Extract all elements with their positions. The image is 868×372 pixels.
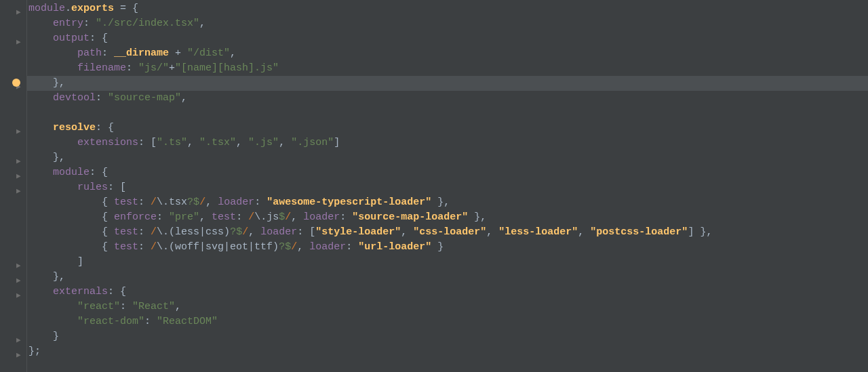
code-line[interactable]: },: [27, 150, 868, 165]
code-token: {: [102, 241, 114, 253]
fold-expand-icon[interactable]: ▶: [16, 124, 21, 139]
fold-collapse-icon[interactable]: ▶: [16, 348, 21, 363]
code-token: devtool: [53, 92, 96, 104]
code-token: ,: [486, 226, 498, 238]
code-token: /: [151, 226, 157, 238]
code-token: ,: [205, 197, 218, 208]
code-line[interactable]: { test: /\.(less|css)?$/, loader: ["styl…: [27, 225, 868, 240]
code-token: ] },: [688, 226, 712, 238]
fold-expand-icon[interactable]: ▶: [16, 288, 21, 303]
fold-collapse-icon[interactable]: ▶: [16, 333, 21, 348]
code-line[interactable]: filename: "js/"+"[name][hash].js": [27, 61, 868, 76]
code-token: "pre": [169, 211, 199, 223]
fold-expand-icon[interactable]: ▶: [16, 5, 21, 20]
code-token: ,: [199, 18, 205, 29]
fold-expand-icon[interactable]: ▶: [16, 35, 21, 49]
code-line[interactable]: module: {: [27, 165, 868, 180]
code-line[interactable]: };: [27, 344, 868, 359]
code-token: ]: [77, 256, 83, 268]
code-token: : [: [138, 137, 157, 148]
code-line[interactable]: devtool: "source-map",: [27, 91, 868, 106]
code-token: ?$: [187, 197, 199, 208]
code-line[interactable]: module.exports = {: [27, 1, 868, 16]
code-token: }: [431, 241, 443, 253]
code-token: :: [83, 18, 96, 29]
code-line[interactable]: { test: /\.tsx?$/, loader: "awesome-type…: [27, 195, 868, 210]
code-line[interactable]: ]: [27, 255, 868, 270]
code-token: : {: [90, 33, 108, 44]
code-token: {: [102, 211, 114, 223]
code-token: +: [169, 62, 175, 74]
code-token: module: [53, 167, 90, 178]
code-line[interactable]: entry: "./src/index.tsx",: [27, 16, 868, 31]
code-token: ,: [236, 137, 248, 148]
fold-collapse-icon[interactable]: ▶: [16, 258, 21, 273]
code-token: "react": [77, 301, 120, 312]
code-token: :: [102, 47, 114, 59]
code-token: /: [242, 226, 248, 238]
code-token: module: [28, 3, 65, 14]
code-editor[interactable]: module.exports = { entry: "./src/index.t…: [27, 0, 868, 372]
code-token: loader: [218, 197, 254, 208]
code-line[interactable]: { test: /\.(woff|svg|eot|ttf)?$/, loader…: [27, 240, 868, 255]
code-line[interactable]: },: [27, 76, 868, 91]
code-token: test: [114, 197, 138, 208]
code-token: \.(woff|svg|eot|ttf): [157, 241, 279, 253]
fold-collapse-icon[interactable]: ▶: [16, 273, 21, 288]
code-line[interactable]: [27, 106, 868, 121]
fold-expand-icon[interactable]: ▶: [16, 184, 21, 199]
code-line[interactable]: extensions: [".ts", ".tsx", ".js", ".jso…: [27, 136, 868, 150]
code-token: ,: [181, 92, 187, 104]
code-token: "source-map": [108, 92, 181, 104]
code-token: "url-loader": [358, 241, 431, 253]
code-line[interactable]: externals: {: [27, 285, 868, 299]
code-token: ,: [291, 211, 303, 223]
code-token: "less-loader": [498, 226, 578, 238]
code-token: +: [169, 47, 187, 59]
code-token: loader: [260, 226, 297, 238]
code-token: :: [138, 226, 151, 238]
code-token: $: [279, 211, 285, 223]
code-token: ".js": [248, 137, 279, 148]
code-line[interactable]: "react": "React",: [27, 299, 868, 314]
code-token: /: [151, 241, 157, 253]
code-line[interactable]: "react-dom": "ReactDOM": [27, 314, 868, 329]
code-token: }: [53, 331, 59, 342]
code-token: \.js: [254, 211, 279, 223]
fold-expand-icon[interactable]: ▶: [16, 169, 21, 184]
code-line[interactable]: rules: [: [27, 180, 868, 195]
code-line[interactable]: output: {: [27, 31, 868, 46]
code-token: ,: [175, 301, 181, 312]
code-token: };: [28, 346, 41, 357]
code-line[interactable]: resolve: {: [27, 121, 868, 136]
code-line[interactable]: { enforce: "pre", test: /\.js$/, loader:…: [27, 210, 868, 225]
code-token: entry: [53, 18, 83, 29]
code-token: :: [236, 211, 248, 223]
code-token: rules: [77, 182, 108, 193]
code-line[interactable]: path: __dirname + "/dist",: [27, 46, 868, 61]
code-token: test: [114, 241, 138, 253]
lightbulb-icon[interactable]: [12, 79, 20, 87]
code-token: : {: [90, 167, 108, 178]
code-token: extensions: [77, 137, 138, 148]
code-token: },: [53, 152, 65, 163]
code-line[interactable]: },: [27, 270, 868, 285]
fold-collapse-icon[interactable]: ▶: [16, 154, 21, 169]
code-token: loader: [309, 241, 346, 253]
code-token: "react-dom": [77, 316, 144, 327]
code-token: ,: [230, 47, 236, 59]
code-line[interactable]: }: [27, 329, 868, 344]
code-token: /: [285, 211, 291, 223]
code-token: output: [53, 33, 90, 44]
code-token: },: [53, 271, 65, 283]
code-token: test: [114, 226, 138, 238]
code-token: :: [340, 211, 352, 223]
code-token: : [: [297, 226, 315, 238]
code-token: },: [431, 197, 450, 208]
code-token: ,: [578, 226, 590, 238]
code-token: \.tsx: [157, 197, 187, 208]
code-token: ,: [187, 137, 199, 148]
editor-gutter: ▶▶▶▶▶▶▶▶▶▶▶▶: [0, 0, 27, 372]
code-token: ,: [248, 226, 260, 238]
code-token: :: [138, 197, 151, 208]
